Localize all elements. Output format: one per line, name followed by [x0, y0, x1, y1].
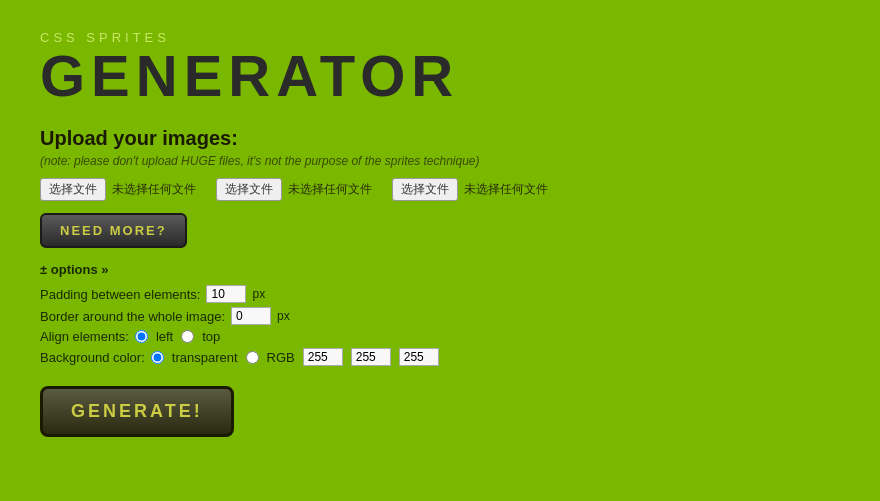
border-unit: px — [277, 309, 290, 323]
need-more-button[interactable]: NEED MORE? — [40, 213, 187, 248]
file-label-2: 未选择任何文件 — [288, 181, 372, 198]
rgb-r-input[interactable] — [303, 348, 343, 366]
bg-radio-group: transparent RGB — [151, 348, 439, 366]
bg-transparent-label: transparent — [172, 350, 238, 365]
file-inputs-row: 选择文件 未选择任何文件 选择文件 未选择任何文件 选择文件 未选择任何文件 — [40, 178, 840, 201]
bg-rgb-label: RGB — [267, 350, 295, 365]
padding-label: Padding between elements: — [40, 287, 200, 302]
file-button-3[interactable]: 选择文件 — [392, 178, 458, 201]
border-label: Border around the whole image: — [40, 309, 225, 324]
padding-unit: px — [252, 287, 265, 301]
align-label: Align elements: — [40, 329, 129, 344]
align-left-label: left — [156, 329, 173, 344]
upload-label: Upload your images: — [40, 127, 840, 150]
border-input[interactable] — [231, 307, 271, 325]
file-label-3: 未选择任何文件 — [464, 181, 548, 198]
generate-button[interactable]: GENERATE! — [40, 386, 234, 437]
header: CSS SPRITES GENERATOR — [40, 30, 840, 105]
file-label-1: 未选择任何文件 — [112, 181, 196, 198]
header-title: GENERATOR — [40, 47, 840, 105]
border-row: Border around the whole image: px — [40, 307, 840, 325]
rgb-g-input[interactable] — [351, 348, 391, 366]
upload-section: Upload your images: (note: please don't … — [40, 127, 840, 201]
file-input-group-1: 选择文件 未选择任何文件 — [40, 178, 196, 201]
padding-row: Padding between elements: px — [40, 285, 840, 303]
upload-note: (note: please don't upload HUGE files, i… — [40, 154, 840, 168]
bg-transparent-radio[interactable] — [151, 351, 164, 364]
file-button-2[interactable]: 选择文件 — [216, 178, 282, 201]
padding-input[interactable] — [206, 285, 246, 303]
align-left-radio[interactable] — [135, 330, 148, 343]
align-top-radio[interactable] — [181, 330, 194, 343]
file-input-group-3: 选择文件 未选择任何文件 — [392, 178, 548, 201]
bg-rgb-radio[interactable] — [246, 351, 259, 364]
align-row: Align elements: left top — [40, 329, 840, 344]
options-section: ± options » Padding between elements: px… — [40, 260, 840, 366]
options-toggle[interactable]: ± options » — [40, 262, 109, 277]
file-button-1[interactable]: 选择文件 — [40, 178, 106, 201]
align-top-label: top — [202, 329, 220, 344]
bg-row: Background color: transparent RGB — [40, 348, 840, 366]
bg-label: Background color: — [40, 350, 145, 365]
rgb-b-input[interactable] — [399, 348, 439, 366]
align-radio-group: left top — [135, 329, 220, 344]
file-input-group-2: 选择文件 未选择任何文件 — [216, 178, 372, 201]
